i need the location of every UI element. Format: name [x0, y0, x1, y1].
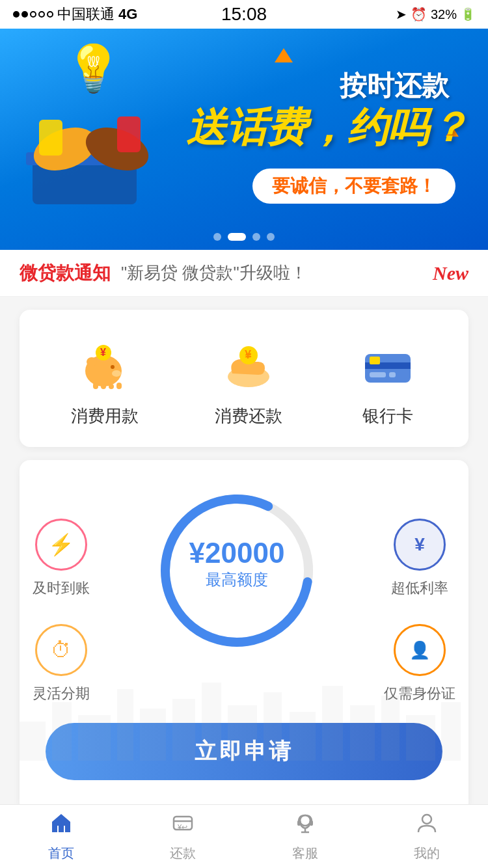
- carrier-label: 中国联通: [57, 5, 115, 24]
- rate-label: 超低利率: [391, 578, 448, 598]
- card-label: 银行卡: [362, 405, 413, 427]
- clock-icon: ⏱: [35, 624, 87, 676]
- feature-instant: ⚡ 及时到账: [33, 519, 90, 598]
- feature-rate: ¥ 超低利率: [384, 519, 455, 598]
- svg-rect-29: [78, 715, 111, 761]
- svg-rect-32: [172, 699, 195, 761]
- alarm-icon: ⏰: [411, 7, 427, 22]
- loan-amount-gauge: ¥20000 最高额度: [90, 480, 384, 662]
- yen-icon: ¥: [394, 519, 446, 571]
- loan-section: ⚡ 及时到账 ⏱ 灵活分期 ¥20000 最高额度: [20, 460, 468, 813]
- profile-tab-label: 我的: [414, 845, 440, 862]
- svg-rect-39: [381, 696, 400, 761]
- status-right: ➤ ⏰ 32% 🔋: [396, 7, 475, 22]
- svg-rect-40: [406, 715, 435, 761]
- svg-rect-4: [39, 120, 62, 156]
- svg-rect-15: [109, 384, 114, 389]
- svg-text:¥: ¥: [100, 347, 106, 358]
- svg-rect-31: [140, 709, 166, 761]
- signal-dot-5: [47, 11, 53, 18]
- svg-rect-26: [370, 357, 380, 364]
- indicator-dot-3: [252, 233, 260, 241]
- tab-repay[interactable]: ¥↩ 还款: [122, 805, 245, 868]
- tab-home[interactable]: 首页: [0, 805, 122, 868]
- repay-label: 消费还款: [215, 405, 282, 427]
- svg-rect-30: [117, 689, 133, 761]
- network-label: 4G: [118, 6, 137, 23]
- card-icon: [359, 336, 417, 394]
- svg-text:¥↩: ¥↩: [177, 823, 187, 831]
- profile-icon: [415, 811, 439, 841]
- svg-rect-54: [297, 821, 301, 826]
- instant-label: 及时到账: [33, 578, 90, 598]
- svg-rect-35: [264, 692, 282, 761]
- notification-bar[interactable]: 微贷款通知 "新易贷 微贷款"升级啦！ New: [0, 250, 488, 297]
- svg-point-9: [111, 365, 115, 369]
- indicator-dot-2-active: [228, 233, 246, 241]
- svg-rect-47: [59, 826, 64, 832]
- svg-rect-14: [101, 384, 106, 389]
- notification-text: "新易贷 微贷款"升级啦！: [121, 262, 422, 284]
- battery-icon: 🔋: [461, 7, 475, 21]
- tab-profile[interactable]: 我的: [366, 805, 489, 868]
- svg-rect-38: [350, 705, 375, 761]
- location-icon: ➤: [396, 7, 407, 22]
- home-tab-label: 首页: [48, 845, 74, 862]
- signal-dot-1: [13, 11, 20, 18]
- menu-item-repay[interactable]: ¥ 消费还款: [215, 336, 282, 427]
- svg-text:最高额度: 最高额度: [206, 571, 268, 588]
- svg-rect-36: [290, 712, 316, 761]
- signal-dot-3: [30, 11, 36, 18]
- home-icon: [49, 811, 73, 841]
- notification-title: 微贷款通知: [20, 261, 111, 286]
- time-display: 15:08: [221, 4, 267, 25]
- svg-rect-37: [322, 686, 343, 761]
- banner-subtitle: 要诚信，不要套路！: [252, 169, 455, 204]
- svg-rect-28: [52, 702, 72, 761]
- notification-new-badge: New: [433, 262, 468, 284]
- svg-rect-16: [116, 383, 122, 389]
- menu-item-spend[interactable]: ¥ 消费用款: [71, 336, 139, 427]
- repay-tab-label: 还款: [170, 845, 196, 862]
- svg-text:¥20000: ¥20000: [189, 537, 285, 569]
- spend-icon: ¥: [75, 336, 134, 394]
- quick-menu: ¥ 消费用款 ¥ 消费还款: [20, 310, 468, 447]
- city-background: [20, 670, 468, 761]
- svg-rect-41: [441, 702, 461, 761]
- id-icon: 👤: [394, 624, 446, 676]
- svg-rect-25: [389, 372, 396, 377]
- handshake-illustration: [13, 81, 169, 211]
- banner[interactable]: 💡 按时还款 送话费，约吗？ 要诚信，不要套路！: [0, 29, 488, 250]
- svg-rect-34: [228, 705, 257, 761]
- svg-point-7: [87, 357, 97, 366]
- svg-point-10: [112, 370, 121, 377]
- banner-top-text: 按时还款: [340, 68, 449, 104]
- service-icon: [293, 811, 317, 841]
- triangle-decoration-1: [275, 48, 293, 62]
- spend-label: 消费用款: [71, 405, 139, 427]
- battery-label: 32%: [431, 7, 457, 22]
- svg-rect-5: [117, 116, 141, 152]
- indicator-dot-1: [213, 233, 221, 241]
- status-bar: 中国联通 4G 15:08 ➤ ⏰ 32% 🔋: [0, 0, 488, 29]
- indicator-dot-4: [267, 233, 275, 241]
- menu-item-card[interactable]: 银行卡: [359, 336, 417, 427]
- lightning-icon: ⚡: [35, 519, 87, 571]
- repay-tab-icon: ¥↩: [171, 811, 195, 841]
- svg-rect-33: [202, 683, 221, 761]
- signal-dot-2: [21, 11, 28, 18]
- repay-icon: ¥: [219, 336, 278, 394]
- svg-rect-55: [310, 821, 313, 826]
- tab-bar: 首页 ¥↩ 还款 客服: [0, 804, 488, 868]
- service-tab-label: 客服: [292, 845, 318, 862]
- signal-dot-4: [38, 11, 45, 18]
- gauge-circle: ¥20000 最高额度: [146, 480, 328, 662]
- tab-service[interactable]: 客服: [244, 805, 366, 868]
- signal-dots: [13, 11, 53, 18]
- banner-dots-indicator: [213, 233, 275, 241]
- status-left: 中国联通 4G: [13, 5, 137, 24]
- svg-rect-27: [20, 722, 46, 761]
- svg-rect-13: [93, 383, 98, 389]
- banner-main-text: 送话费，约吗？: [186, 100, 468, 155]
- svg-point-56: [422, 815, 431, 824]
